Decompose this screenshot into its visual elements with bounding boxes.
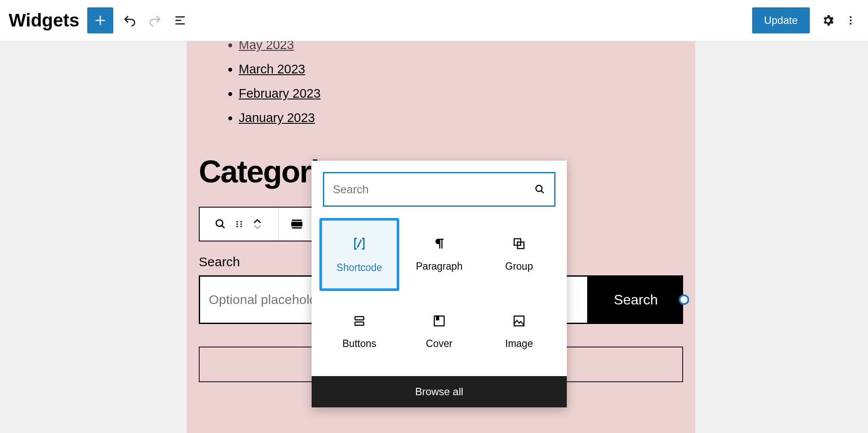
archive-link[interactable]: February 2023: [239, 81, 695, 106]
svg-point-2: [850, 23, 852, 24]
svg-rect-15: [355, 322, 364, 325]
block-item-paragraph[interactable]: Paragraph: [399, 218, 479, 291]
inserter-block-grid: Shortcode Paragraph Group Buttons Cover: [312, 218, 567, 376]
block-item-label: Paragraph: [416, 261, 462, 272]
move-up-down[interactable]: [252, 218, 263, 230]
svg-point-3: [216, 220, 223, 226]
block-item-image[interactable]: Image: [479, 295, 559, 368]
page-title: Widgets: [9, 10, 79, 31]
drag-handle[interactable]: [234, 219, 244, 229]
undo-button[interactable]: [121, 12, 138, 29]
block-item-label: Image: [505, 338, 533, 350]
browse-all-button[interactable]: Browse all: [312, 376, 567, 407]
align-button[interactable]: [279, 208, 315, 241]
image-icon: [513, 314, 526, 327]
gear-icon: [821, 13, 835, 27]
chevron-up-icon: [253, 218, 262, 224]
cover-icon: [433, 314, 446, 327]
undo-icon: [123, 14, 136, 27]
archive-link[interactable]: May 2023: [239, 41, 695, 57]
kebab-icon: [845, 15, 856, 26]
more-options-button[interactable]: [842, 12, 859, 29]
resize-handle[interactable]: [679, 294, 689, 305]
inserter-search-field[interactable]: [323, 172, 556, 207]
svg-point-7: [240, 221, 242, 223]
editor-canvas: May 2023 March 2023 February 2023 Januar…: [0, 41, 868, 433]
settings-button[interactable]: [819, 12, 837, 29]
block-toolbar-group: [200, 208, 279, 241]
group-icon: [513, 237, 526, 250]
block-item-label: Buttons: [342, 338, 376, 350]
svg-point-4: [237, 221, 238, 223]
document-overview-button[interactable]: [171, 12, 189, 29]
search-submit-button[interactable]: Search: [589, 275, 683, 324]
add-block-button[interactable]: [87, 7, 113, 33]
plus-icon: [93, 13, 107, 27]
buttons-icon: [353, 314, 366, 327]
inserter-search-input[interactable]: [333, 183, 534, 196]
editor-topbar: Widgets Update: [0, 0, 868, 41]
archive-link[interactable]: January 2023: [239, 106, 695, 130]
list-view-icon: [173, 13, 187, 27]
chevron-down-icon: [253, 224, 262, 230]
search-block-icon[interactable]: [214, 218, 227, 230]
block-item-label: Shortcode: [337, 262, 382, 274]
redo-button[interactable]: [146, 12, 164, 29]
update-button[interactable]: Update: [752, 7, 810, 33]
block-item-cover[interactable]: Cover: [399, 295, 479, 368]
block-item-shortcode[interactable]: Shortcode: [319, 218, 399, 291]
search-icon: [534, 184, 546, 195]
block-item-buttons[interactable]: Buttons: [319, 295, 399, 368]
svg-point-9: [240, 226, 242, 228]
svg-point-1: [850, 20, 852, 21]
svg-point-5: [237, 223, 238, 225]
svg-rect-14: [355, 317, 364, 320]
redo-icon: [148, 14, 161, 27]
svg-point-11: [536, 185, 542, 192]
block-item-label: Cover: [426, 338, 452, 350]
archive-link[interactable]: March 2023: [239, 57, 695, 81]
svg-point-6: [237, 226, 238, 228]
svg-rect-10: [292, 222, 302, 226]
shortcode-icon: [352, 236, 367, 251]
block-item-label: Group: [505, 261, 533, 272]
svg-point-8: [240, 223, 242, 225]
svg-rect-17: [437, 316, 439, 320]
svg-point-0: [850, 16, 852, 18]
topbar-left: Widgets: [9, 7, 189, 33]
block-inserter-popover: Shortcode Paragraph Group Buttons Cover: [312, 161, 567, 407]
align-icon: [290, 218, 303, 231]
paragraph-icon: [433, 237, 446, 250]
block-item-group[interactable]: Group: [479, 218, 559, 291]
archive-list: May 2023 March 2023 February 2023 Januar…: [239, 41, 695, 130]
block-toolbar: [199, 207, 316, 241]
